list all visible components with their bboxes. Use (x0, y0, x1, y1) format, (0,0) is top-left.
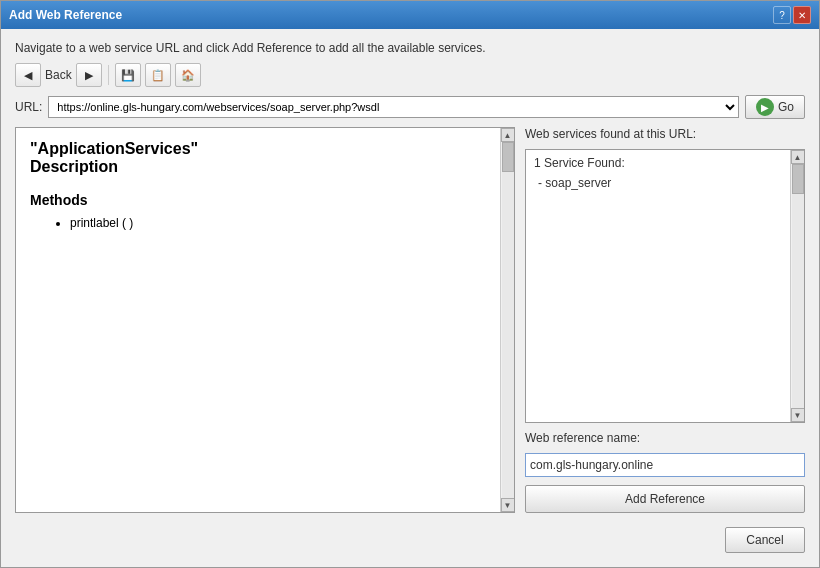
help-icon: ? (779, 10, 785, 21)
ws-scroll-thumb[interactable] (792, 164, 804, 194)
home-icon: 🏠 (181, 69, 195, 82)
add-web-reference-dialog: Add Web Reference ? ✕ Navigate to a web … (0, 0, 820, 568)
left-panel: "ApplicationServices" Description Method… (15, 127, 515, 513)
home-button[interactable]: 🏠 (175, 63, 201, 87)
dialog-content: Navigate to a web service URL and click … (1, 29, 819, 567)
ws-list: 1 Service Found: - soap_server ▲ ▼ (525, 149, 805, 423)
scroll-track (502, 142, 514, 498)
back-arrow-icon: ◀ (24, 69, 32, 82)
title-bar-controls: ? ✕ (773, 6, 811, 24)
ws-found-label: Web services found at this URL: (525, 127, 805, 141)
left-content: "ApplicationServices" Description Method… (16, 128, 500, 512)
forward-arrow-icon: ▶ (85, 69, 93, 82)
help-button[interactable]: ? (773, 6, 791, 24)
scroll-up-arrow[interactable]: ▲ (501, 128, 515, 142)
close-button[interactable]: ✕ (793, 6, 811, 24)
method-item: printlabel ( ) (70, 216, 486, 230)
close-icon: ✕ (798, 10, 806, 21)
footer-row: Cancel (15, 521, 805, 555)
ws-scroll-up[interactable]: ▲ (791, 150, 805, 164)
ws-scroll-track (792, 164, 804, 408)
toolbar-separator (108, 65, 109, 85)
service-title: "ApplicationServices" Description (30, 140, 486, 176)
url-select[interactable]: https://online.gls-hungary.com/webservic… (48, 96, 739, 118)
scroll-thumb[interactable] (502, 142, 514, 172)
forward-button[interactable]: ▶ (76, 63, 102, 87)
soap-server-item: - soap_server (538, 176, 782, 190)
go-label: Go (778, 100, 794, 114)
back-button[interactable]: ◀ (15, 63, 41, 87)
url-label: URL: (15, 100, 42, 114)
dialog-title: Add Web Reference (9, 8, 122, 22)
url-row: URL: https://online.gls-hungary.com/webs… (15, 95, 805, 119)
add-reference-button[interactable]: Add Reference (525, 485, 805, 513)
go-button[interactable]: ▶ Go (745, 95, 805, 119)
go-icon: ▶ (756, 98, 774, 116)
title-bar-left: Add Web Reference (9, 8, 122, 22)
right-panel: Web services found at this URL: 1 Servic… (525, 127, 805, 513)
toolbar: ◀ Back ▶ 💾 📋 🏠 (15, 63, 805, 87)
ws-scroll-down[interactable]: ▼ (791, 408, 805, 422)
service-found-text: 1 Service Found: (534, 156, 782, 170)
scroll-down-arrow[interactable]: ▼ (501, 498, 515, 512)
ws-scrollbar: ▲ ▼ (790, 150, 804, 422)
instruction-text: Navigate to a web service URL and click … (15, 41, 805, 55)
methods-list: printlabel ( ) (46, 216, 486, 230)
back-label: Back (45, 68, 72, 82)
cancel-button[interactable]: Cancel (725, 527, 805, 553)
ws-list-content: 1 Service Found: - soap_server (526, 150, 790, 422)
copy-button[interactable]: 📋 (145, 63, 171, 87)
ref-name-label: Web reference name: (525, 431, 805, 445)
ref-name-input[interactable] (525, 453, 805, 477)
title-bar: Add Web Reference ? ✕ (1, 1, 819, 29)
copy-icon: 📋 (151, 69, 165, 82)
save-button[interactable]: 💾 (115, 63, 141, 87)
left-scrollbar: ▲ ▼ (500, 128, 514, 512)
methods-heading: Methods (30, 192, 486, 208)
save-icon: 💾 (121, 69, 135, 82)
main-area: "ApplicationServices" Description Method… (15, 127, 805, 513)
